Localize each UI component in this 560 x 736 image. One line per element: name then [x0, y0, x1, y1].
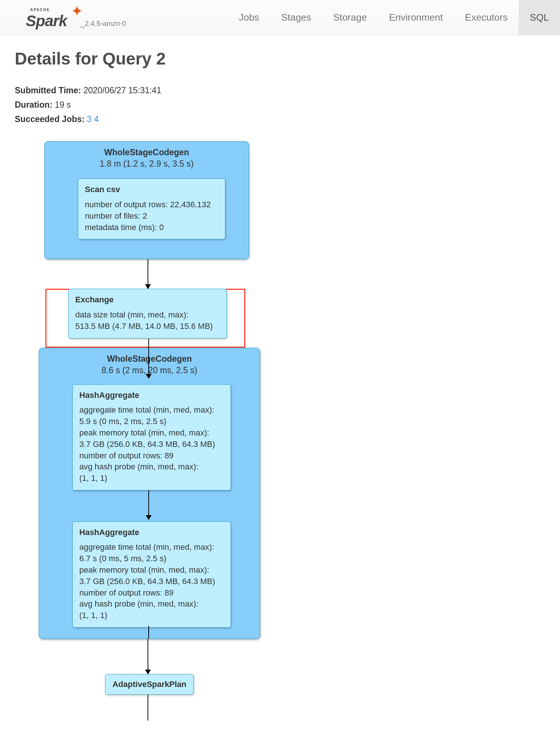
- ha1-l2: 5.9 s (0 ms, 2 ms, 2.5 s): [79, 416, 224, 427]
- exchange-title: Exchange: [75, 294, 220, 306]
- scan-csv-node: Scan csv number of output rows: 22,436,1…: [78, 178, 225, 239]
- ha2-l6: avg hash probe (min, med, max):: [79, 598, 224, 610]
- scan-meta: metadata time (ms): 0: [85, 222, 218, 233]
- arrow-stem-4: [148, 626, 149, 639]
- arrow-3: [148, 490, 149, 520]
- brand[interactable]: APACHE Spark ✦ TM 2.4.5-amzn-0: [26, 6, 151, 30]
- ha1-l4: 3.7 GB (256.0 KB, 64.3 MB, 64.3 MB): [79, 439, 224, 450]
- ha1-l1: aggregate time total (min, med, max):: [79, 405, 224, 416]
- duration-row: Duration: 19 s: [15, 98, 545, 112]
- tab-jobs[interactable]: Jobs: [228, 0, 270, 35]
- spark-name: Spark: [26, 12, 67, 30]
- scan-rows: number of output rows: 22,436,132: [85, 199, 218, 211]
- spark-star-icon: ✦: [71, 3, 83, 20]
- exchange-l1: data size total (min, med, max):: [75, 309, 220, 321]
- submitted-row: Submitted Time: 2020/06/27 15:31:41: [15, 83, 545, 98]
- tab-environment[interactable]: Environment: [378, 0, 454, 35]
- arrow-1: [148, 259, 148, 289]
- exchange-node: Exchange data size total (min, med, max)…: [68, 289, 227, 338]
- ha2-title: HashAggregate: [79, 527, 224, 538]
- wsc1-title: WholeStageCodegen: [104, 147, 189, 157]
- wsc1-header: WholeStageCodegen 1.8 m (1.2 s, 2.9 s, 3…: [45, 142, 249, 170]
- ha1-l3: peak memory total (min, med, max):: [79, 427, 224, 439]
- wholestagecodegen-1: WholeStageCodegen 1.8 m (1.2 s, 2.9 s, 3…: [44, 141, 249, 259]
- duration-label: Duration:: [15, 100, 52, 110]
- ha2-l1: aggregate time total (min, med, max):: [79, 542, 224, 553]
- ha1-l6: avg hash probe (min, med, max):: [79, 461, 224, 473]
- wsc2-header: WholeStageCodegen 8.6 s (2 ms, 20 ms, 2.…: [39, 348, 260, 376]
- tab-stages[interactable]: Stages: [270, 0, 322, 35]
- scan-title: Scan csv: [85, 184, 218, 195]
- page-title: Details for Query 2: [15, 49, 545, 69]
- succeeded-row: Succeeded Jobs: 3 4: [15, 112, 545, 126]
- ha2-l2: 6.7 s (0 ms, 5 ms, 2.5 s): [79, 553, 224, 565]
- ha2-l7: (1, 1, 1): [79, 610, 224, 621]
- hashaggregate-2: HashAggregate aggregate time total (min,…: [72, 521, 231, 628]
- adaptive-spark-plan: AdaptiveSparkPlan: [105, 674, 194, 695]
- arrow-5: [148, 695, 148, 721]
- trademark: TM: [80, 25, 85, 29]
- exchange-l2: 513.5 MB (4.7 MB, 14.0 MB, 15.6 MB): [75, 321, 220, 332]
- ha1-title: HashAggregate: [79, 390, 224, 401]
- scan-files: number of files: 2: [85, 211, 218, 222]
- job-link-4[interactable]: 4: [94, 114, 99, 124]
- succeeded-label: Succeeded Jobs:: [15, 114, 84, 124]
- wholestagecodegen-2: WholeStageCodegen 8.6 s (2 ms, 20 ms, 2.…: [39, 348, 260, 639]
- ha1-l7: (1, 1, 1): [79, 473, 224, 484]
- submitted-label: Submitted Time:: [15, 86, 81, 95]
- wsc2-title: WholeStageCodegen: [107, 354, 192, 364]
- ha2-l3: peak memory total (min, med, max):: [79, 565, 224, 576]
- ha2-l4: 3.7 GB (256.0 KB, 64.3 MB, 64.3 MB): [79, 576, 224, 587]
- arrow-4: [148, 639, 148, 674]
- ha2-l5: number of output rows: 89: [79, 587, 224, 599]
- nav-tabs: Jobs Stages Storage Environment Executor…: [228, 0, 560, 35]
- tab-executors[interactable]: Executors: [454, 0, 519, 35]
- navbar: APACHE Spark ✦ TM 2.4.5-amzn-0 Jobs Stag…: [0, 0, 560, 35]
- hashaggregate-1: HashAggregate aggregate time total (min,…: [72, 384, 231, 490]
- wsc1-time: 1.8 m (1.2 s, 2.9 s, 3.5 s): [100, 159, 193, 169]
- job-link-3[interactable]: 3: [87, 114, 92, 124]
- physical-plan: WholeStageCodegen 1.8 m (1.2 s, 2.9 s, 3…: [15, 126, 545, 721]
- submitted-value: 2020/06/27 15:31:41: [83, 86, 161, 95]
- content: Details for Query 2 Submitted Time: 2020…: [0, 35, 560, 734]
- tab-storage[interactable]: Storage: [322, 0, 378, 35]
- arrow-stem-2: [148, 339, 149, 378]
- adaptive-title: AdaptiveSparkPlan: [113, 680, 187, 689]
- spark-logo: APACHE Spark ✦ TM: [26, 6, 81, 30]
- apache-label: APACHE: [30, 8, 50, 12]
- ha1-l5: number of output rows: 89: [79, 450, 224, 462]
- duration-value: 19 s: [55, 100, 71, 110]
- spark-version: 2.4.5-amzn-0: [85, 20, 126, 28]
- tab-sql[interactable]: SQL: [519, 0, 560, 35]
